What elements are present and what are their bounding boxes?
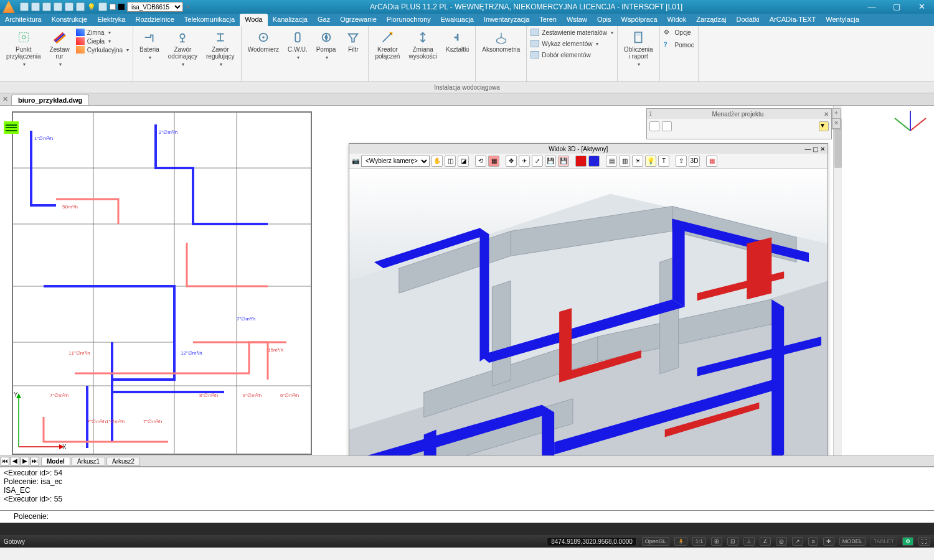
pipe-ciepla-button[interactable]: Ciepła▾ xyxy=(76,37,129,45)
status-osnap-icon[interactable]: ◎ xyxy=(776,537,787,546)
pompa-button[interactable]: Pompa▾ xyxy=(314,29,339,62)
panel-close-icon[interactable]: ✕ xyxy=(824,111,829,118)
sheet-last-icon[interactable]: ⏭ xyxy=(31,457,39,465)
tab-arcadia-text[interactable]: ArCADia-TEXT xyxy=(765,14,821,26)
opcje-button[interactable]: ⚙Opcje xyxy=(664,29,694,36)
vertical-scrollbar[interactable] xyxy=(833,106,842,460)
tab-woda[interactable]: Woda xyxy=(240,14,268,26)
tab-teren[interactable]: Teren xyxy=(534,14,562,26)
tab-inwentaryzacja[interactable]: Inwentaryzacja xyxy=(479,14,534,26)
view3d-min-icon[interactable]: — xyxy=(804,146,811,152)
vtb-blue-icon[interactable] xyxy=(588,156,600,167)
camera-select[interactable]: <Wybierz kamerę> xyxy=(361,156,430,167)
vtb-grid-icon[interactable]: ▦ xyxy=(706,156,717,167)
qat-new-icon[interactable] xyxy=(20,2,29,11)
vtb-export-icon[interactable]: ⇪ xyxy=(676,156,687,167)
tab-wspolpraca[interactable]: Współpraca xyxy=(616,14,663,26)
pm-add-icon[interactable] xyxy=(649,121,659,131)
sheet-first-icon[interactable]: ⏮ xyxy=(1,457,9,465)
status-ortho-icon[interactable]: ⊥ xyxy=(743,537,755,546)
minimize-button[interactable]: — xyxy=(859,0,884,14)
pomoc-button[interactable]: ?Pomoc xyxy=(664,41,694,49)
status-lwt-icon[interactable]: ≡ xyxy=(808,537,818,546)
status-plus-icon[interactable]: ✚ xyxy=(823,537,834,546)
layer-select[interactable]: isa_VDB6615 xyxy=(127,2,183,12)
vtb-cube-icon[interactable]: ◫ xyxy=(445,156,456,167)
pipe-zimna-button[interactable]: Zimna▾ xyxy=(76,29,129,36)
wodomierz-button[interactable]: Wodomierz xyxy=(245,29,281,62)
zmiana-wysokosci-button[interactable]: Zmiana wysokości xyxy=(406,29,440,61)
status-opengl[interactable]: OpenGL xyxy=(642,537,669,546)
tab-ewakuacja[interactable]: Ewakuacja xyxy=(436,14,479,26)
tab-wentylacja[interactable]: Wentylacja xyxy=(821,14,864,26)
command-input[interactable]: Polecenie: xyxy=(0,510,934,523)
qat-redo-icon[interactable] xyxy=(76,2,85,11)
close-doc-icon[interactable]: ✕ xyxy=(2,95,8,103)
strip-x-icon[interactable]: × xyxy=(833,119,840,129)
vtb-savecolor-icon[interactable]: 💾 xyxy=(558,156,569,167)
tab-elektryka[interactable]: Elektryka xyxy=(92,14,130,26)
tab-telekomunikacja[interactable]: Telekomunikacja xyxy=(179,14,240,26)
qat-undo-icon[interactable] xyxy=(65,2,73,11)
status-track-icon[interactable]: ↗ xyxy=(792,537,803,546)
sheet-prev-icon[interactable]: ◀ xyxy=(11,457,19,465)
status-grid-icon[interactable]: ⊞ xyxy=(711,537,722,546)
vtb-3d-icon[interactable]: 3D xyxy=(689,156,700,167)
tab-wstaw[interactable]: Wstaw xyxy=(562,14,592,26)
tab-piorunochrony[interactable]: Piorunochrony xyxy=(382,14,436,26)
punkt-przylaczenia-button[interactable]: Punkt przyłączenia▾ xyxy=(4,29,44,69)
pipe-cyrkulacyjna-button[interactable]: Cyrkulacyjna▾ xyxy=(76,46,129,54)
view-cube-icon[interactable] xyxy=(842,106,929,136)
status-gear-icon[interactable]: ⚙ xyxy=(902,537,913,546)
pm-select-icon[interactable] xyxy=(662,121,672,131)
view-menu-icon[interactable] xyxy=(4,121,19,134)
sheet-next-icon[interactable]: ▶ xyxy=(21,457,29,465)
qat-layer-icon[interactable] xyxy=(98,2,107,11)
tab-gaz[interactable]: Gaz xyxy=(313,14,335,26)
tab-zarzadzaj[interactable]: Zarządzaj xyxy=(691,14,731,26)
status-scale[interactable]: 1:1 xyxy=(692,537,707,546)
qat-dropdown-icon[interactable]: ▼ xyxy=(186,4,191,10)
status-snap-icon[interactable]: ⊡ xyxy=(727,537,738,546)
pm-filter-icon[interactable]: ▼ xyxy=(819,121,829,131)
tab-dodatki[interactable]: Dodatki xyxy=(731,14,764,26)
vtb-sun-icon[interactable]: ☀ xyxy=(632,156,643,167)
tab-konstrukcje[interactable]: Konstrukcje xyxy=(47,14,92,26)
vtb-measure-icon[interactable]: ⤢ xyxy=(532,156,543,167)
cwu-button[interactable]: C.W.U.▾ xyxy=(285,29,310,62)
close-button[interactable]: ✕ xyxy=(909,0,934,14)
color-black-icon[interactable] xyxy=(118,4,125,10)
document-tab[interactable]: biuro_przykład.dwg xyxy=(11,95,89,105)
zestaw-rur-button[interactable]: Zestaw rur▾ xyxy=(47,29,72,69)
view3d-close-icon[interactable]: ✕ xyxy=(820,146,825,152)
qat-save-icon[interactable] xyxy=(42,2,51,11)
vtb-cube2-icon[interactable]: ◪ xyxy=(458,156,469,167)
vtb-layers-icon[interactable]: ▤ xyxy=(606,156,617,167)
status-person-icon[interactable]: 🧍 xyxy=(674,537,687,546)
tab-ogrzewanie[interactable]: Ogrzewanie xyxy=(335,14,382,26)
zawor-odcinajacy-button[interactable]: Zawór odcinający▾ xyxy=(166,29,200,69)
filtr-button[interactable]: Filtr xyxy=(342,29,364,62)
camera-icon[interactable]: 📷 xyxy=(352,157,359,164)
status-polar-icon[interactable]: ∠ xyxy=(760,537,771,546)
tab-rozdzielnice[interactable]: Rozdzielnice xyxy=(130,14,179,26)
sheet-model-tab[interactable]: Model xyxy=(41,457,70,466)
sheet-arkusz1-tab[interactable]: Arkusz1 xyxy=(72,457,105,466)
vtb-layers2-icon[interactable]: ▥ xyxy=(619,156,630,167)
vtb-fly-icon[interactable]: ✈ xyxy=(519,156,530,167)
qat-print-icon[interactable] xyxy=(54,2,62,11)
obliczenia-raport-button[interactable]: Obliczenia i raport▾ xyxy=(621,29,656,69)
vtb-save-icon[interactable]: 💾 xyxy=(545,156,556,167)
ksztaltki-button[interactable]: Kształtki xyxy=(443,29,471,61)
vtb-text-icon[interactable]: T xyxy=(658,156,669,167)
vtb-red-icon[interactable] xyxy=(575,156,587,167)
status-expand-icon[interactable]: ⛶ xyxy=(918,537,930,546)
view3d-max-icon[interactable]: ▢ xyxy=(813,146,818,152)
vtb-wall-icon[interactable]: ▦ xyxy=(488,156,499,167)
zestawienie-materialow-button[interactable]: Zestawienie materiałów▾ xyxy=(531,29,613,36)
sheet-arkusz2-tab[interactable]: Arkusz2 xyxy=(106,457,140,466)
bateria-button[interactable]: Bateria▾ xyxy=(137,29,162,69)
tab-widok[interactable]: Widok xyxy=(663,14,692,26)
vtb-bulb-icon[interactable]: 💡 xyxy=(645,156,656,167)
aksonometria-button[interactable]: Aksonometria xyxy=(479,29,522,54)
